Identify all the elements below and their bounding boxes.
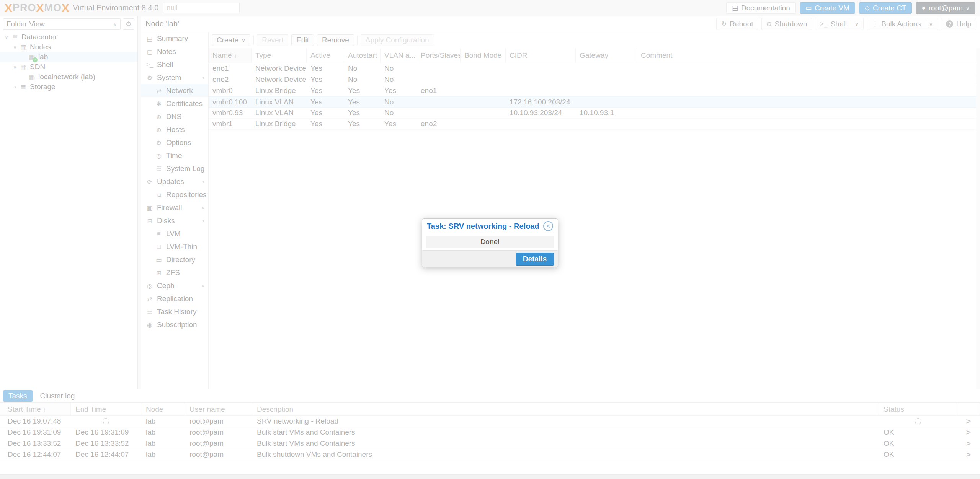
dialog-title: Task: SRV networking - Reload bbox=[427, 222, 543, 231]
details-button[interactable]: Details bbox=[516, 253, 554, 266]
proxmox-app: XPROXMOX Virtual Environment 8.4.0 ▤ Doc… bbox=[0, 0, 980, 479]
close-icon[interactable]: ✕ bbox=[543, 221, 553, 231]
task-dialog: Task: SRV networking - Reload ✕ Done! De… bbox=[422, 218, 558, 267]
task-status-message: Done! bbox=[426, 236, 554, 248]
